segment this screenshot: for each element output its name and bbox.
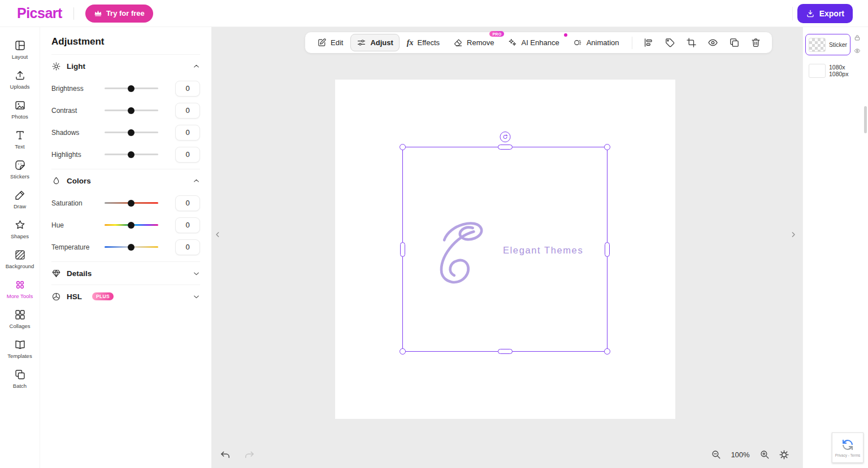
tag-button[interactable] [660, 34, 680, 51]
resize-handle-bottom[interactable] [498, 349, 513, 354]
section-light-header[interactable]: Light [51, 55, 200, 77]
layer-item-sticker[interactable]: Sticker [805, 34, 850, 55]
section-light: Light Brightness 0 Contrast 0 Shadows [51, 54, 200, 169]
resize-handle-right[interactable] [605, 242, 610, 257]
sidebar-item-more-tools[interactable]: More Tools [1, 274, 38, 304]
sidebar-item-layout[interactable]: Layout [1, 35, 38, 64]
zoom-in-button[interactable] [757, 447, 772, 462]
undo-button[interactable] [218, 448, 233, 462]
try-for-free-button[interactable]: Try for free [85, 5, 153, 23]
crown-icon [94, 9, 102, 18]
tab-edit[interactable]: Edit [311, 34, 349, 51]
layer-thumbnail [809, 38, 826, 52]
section-title: Light [67, 62, 85, 71]
zoom-controls: 100% [709, 447, 772, 462]
zoom-out-button[interactable] [709, 447, 723, 462]
slider-row-shadows: Shadows 0 [51, 121, 200, 143]
sidebar-item-stickers[interactable]: Stickers [1, 155, 38, 184]
sidebar-item-photos[interactable]: Photos [1, 95, 38, 124]
sidebar-item-background[interactable]: Background [1, 244, 38, 274]
sidebar-item-templates[interactable]: Templates [1, 334, 38, 364]
temperature-value[interactable]: 0 [175, 239, 200, 255]
rotate-handle[interactable] [500, 132, 510, 142]
resize-handle-top[interactable] [498, 145, 513, 150]
slider-knob[interactable] [128, 107, 134, 114]
sidebar-item-collages[interactable]: Collages [1, 304, 38, 334]
contrast-slider[interactable] [105, 107, 158, 115]
highlights-slider[interactable] [105, 151, 158, 159]
hue-value[interactable]: 0 [175, 217, 200, 233]
templates-icon [14, 339, 26, 351]
resize-handle-left[interactable] [400, 242, 405, 257]
text-icon [14, 129, 26, 141]
color-wheel-icon [51, 292, 61, 301]
brightness-slider[interactable] [105, 85, 158, 93]
adjust-icon [357, 38, 366, 47]
crop-button[interactable] [682, 34, 702, 51]
highlights-value[interactable]: 0 [175, 147, 200, 163]
more-tools-icon [14, 279, 26, 291]
sidebar-item-text[interactable]: Text [1, 125, 38, 154]
tab-remove[interactable]: Remove PRO [447, 34, 500, 51]
expand-right-panel-button[interactable] [788, 226, 798, 242]
saturation-slider[interactable] [105, 199, 158, 207]
temperature-slider[interactable] [105, 243, 158, 251]
export-button[interactable]: Export [797, 4, 853, 23]
sidebar-item-label: Shapes [11, 233, 29, 239]
redo-icon [244, 449, 255, 461]
left-sidebar: Layout Uploads Photos Text Stickers Draw… [0, 27, 40, 468]
slider-knob[interactable] [128, 244, 134, 251]
section-details-header[interactable]: Details [51, 262, 200, 285]
scrollbar[interactable] [864, 106, 867, 133]
brightness-value[interactable]: 0 [175, 81, 200, 97]
section-colors-header[interactable]: Colors [51, 169, 200, 192]
section-hsl-header[interactable]: HSL PLUS [51, 285, 200, 308]
lock-icon[interactable] [854, 34, 861, 41]
resize-handle-top-right[interactable] [604, 144, 610, 150]
layer-item-background[interactable]: 1080x1080px [805, 60, 850, 81]
visibility-eye-icon[interactable] [854, 47, 861, 54]
align-button[interactable] [639, 34, 659, 51]
collapse-left-panel-button[interactable] [212, 226, 223, 242]
contrast-value[interactable]: 0 [175, 103, 200, 119]
shadows-value[interactable]: 0 [175, 125, 200, 141]
selection-box[interactable] [402, 147, 607, 352]
upload-icon [14, 69, 26, 81]
layer-row-sticker: Sticker [805, 34, 868, 55]
duplicate-button[interactable] [724, 34, 745, 51]
slider-label: Temperature [51, 243, 105, 251]
slider-knob[interactable] [128, 222, 134, 229]
tab-label: Animation [587, 38, 619, 47]
hue-slider[interactable] [105, 221, 158, 229]
resize-handle-bottom-right[interactable] [604, 348, 610, 355]
recaptcha-badge[interactable]: Privacy - Terms [832, 432, 863, 463]
tab-animation[interactable]: Animation [567, 34, 626, 51]
slider-knob[interactable] [128, 85, 134, 92]
preview-eye-button[interactable] [703, 34, 723, 51]
recaptcha-label: Privacy - Terms [835, 453, 861, 457]
batch-icon [14, 369, 26, 380]
slider-knob[interactable] [128, 129, 134, 136]
tab-adjust[interactable]: Adjust [350, 34, 399, 51]
slider-knob[interactable] [128, 151, 134, 158]
sidebar-item-uploads[interactable]: Uploads [1, 65, 38, 94]
sidebar-item-draw[interactable]: Draw [1, 185, 38, 214]
sidebar-item-shapes[interactable]: Shapes [1, 215, 38, 244]
layer-controls [854, 34, 861, 54]
redo-button[interactable] [242, 448, 257, 462]
tab-effects[interactable]: fx Effects [401, 34, 446, 51]
toolbar-divider [632, 37, 632, 49]
sun-icon [51, 62, 61, 71]
delete-button[interactable] [746, 34, 766, 51]
canvas-settings-button[interactable] [776, 447, 791, 462]
resize-handle-top-left[interactable] [400, 144, 406, 150]
shadows-slider[interactable] [105, 129, 158, 137]
sidebar-item-batch[interactable]: Batch [1, 364, 38, 393]
saturation-value[interactable]: 0 [175, 195, 200, 211]
resize-handle-bottom-left[interactable] [400, 348, 406, 355]
slider-knob[interactable] [128, 200, 134, 207]
tab-ai-enhance[interactable]: AI Enhance [501, 34, 565, 51]
sidebar-item-label: Uploads [10, 84, 30, 90]
picsart-logo[interactable]: Picsart [17, 5, 62, 21]
zoom-level[interactable]: 100% [730, 450, 750, 459]
